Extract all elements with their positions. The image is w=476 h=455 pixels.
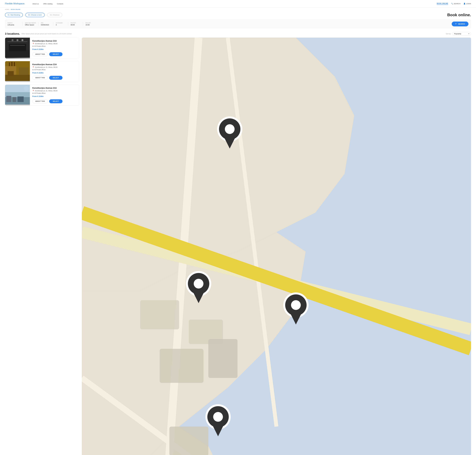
time-from-value: 09:00 (71, 24, 80, 26)
svg-rect-4 (10, 45, 25, 46)
step-1[interactable]: 01. Start Booking (5, 13, 23, 17)
svg-point-43 (194, 279, 204, 289)
locations-value: Lithuania (8, 24, 20, 26)
breadcrumb-sep: / (10, 9, 10, 10)
field-date: Date 04/06/2023 (38, 22, 53, 26)
search-btn-label: SEARCH (458, 23, 465, 25)
card-price-3: From € 219/m (32, 95, 77, 97)
brand-logo[interactable]: Flexible Workspace. (5, 2, 25, 5)
svg-rect-20 (13, 97, 16, 102)
step-3[interactable]: 03. Checkout (47, 13, 62, 17)
results-count: 3 locations. (5, 32, 20, 35)
person-icon: 👤 (463, 3, 466, 5)
search-button[interactable]: 🔍 SEARCH (452, 22, 468, 26)
card-title-2: Konstitucijos Avenue 21A (32, 63, 77, 66)
svg-rect-2 (8, 41, 27, 42)
svg-point-6 (11, 39, 14, 41)
locations-label: locations (8, 22, 20, 24)
no-of-people-value: 3 (56, 24, 66, 26)
card-title-1: Konstitucijos Avenue 21A (32, 40, 77, 42)
page-title: Book online. (447, 13, 471, 17)
step-arrow-1: › (24, 14, 25, 16)
card-address-2: 📍 Konstitucijos pr. 21, Vilnius, 08130 (32, 66, 77, 68)
brand-rest: Workspace. (13, 2, 25, 5)
pin-icon-3: 📍 (32, 90, 34, 92)
step-3-label: 03. Checkout (50, 14, 59, 16)
card-title-3: Konstitucijos Avenue 21A (32, 87, 77, 89)
card-body-3: Konstitucijos Avenue 21A 📍 Konstitucijos… (30, 85, 79, 106)
svg-rect-14 (11, 62, 13, 66)
svg-rect-12 (8, 71, 14, 76)
svg-point-5 (17, 39, 18, 41)
no-of-people-label: No of people (56, 22, 66, 24)
grid-icon-3: ⊞ (32, 92, 33, 94)
svg-rect-21 (17, 97, 24, 102)
card-body-2: Konstitucijos Avenue 21A 📍 Konstitucijos… (30, 61, 79, 82)
card-image-2 (5, 61, 30, 82)
about-button-3[interactable]: ABOUT THIS (32, 99, 48, 103)
select-button-3[interactable]: SELECT (49, 99, 62, 103)
nav-login-label: LOGIN (466, 3, 471, 5)
card-address-3: 📍 Konstitucijos pr. 21, Vilnius, 08130 (32, 90, 77, 92)
card-actions-3: ABOUT THIS SELECT (32, 99, 77, 103)
svg-point-22 (24, 86, 29, 91)
svg-rect-11 (19, 67, 29, 75)
brand-highlight: Flexible (5, 2, 13, 5)
nav-links: About us Offer catalog Contacts (33, 3, 63, 5)
date-value: 04/06/2023 (41, 24, 51, 26)
svg-rect-35 (208, 339, 238, 378)
card-image-1 (5, 38, 30, 58)
select-button-1[interactable]: SELECT (49, 52, 62, 56)
field-time-until: Time until 15:00 (83, 22, 98, 26)
nav-book-online[interactable]: BOOK ONLINE (437, 2, 448, 5)
search-btn-icon: 🔍 (455, 23, 457, 25)
grid-icon-1: ⊞ (32, 45, 33, 47)
svg-rect-3 (9, 44, 26, 51)
time-until-label: Time until (85, 22, 95, 24)
navbar: Flexible Workspace. About us Offer catal… (0, 0, 476, 8)
about-button-1[interactable]: ABOUT THIS (32, 52, 48, 56)
svg-point-49 (213, 412, 223, 422)
nav-catalog[interactable]: Offer catalog (43, 3, 52, 5)
svg-rect-15 (14, 62, 15, 66)
sort-label: Sort by: (446, 33, 451, 35)
select-button-2[interactable]: SELECT (49, 76, 62, 80)
svg-point-46 (291, 300, 301, 310)
nav-search[interactable]: 🔍 SEARCH (451, 3, 460, 5)
results-note: Office Space prices are per person per m… (21, 33, 72, 35)
card-price-2: From € 219/m (32, 72, 77, 74)
pin-icon-1: 📍 (32, 43, 34, 45)
nav-search-label: SEARCH (454, 3, 460, 5)
card-offices-1: ⊞ 40 Private offices (32, 45, 77, 47)
pin-icon-2: 📍 (32, 66, 34, 68)
time-until-value: 15:00 (85, 24, 95, 26)
card-price-1: From € 219/m (32, 48, 77, 50)
search-bar: locations Lithuania Space type required … (5, 20, 471, 28)
field-locations: locations Lithuania (8, 22, 22, 26)
svg-rect-36 (169, 427, 208, 455)
card-actions-1: ABOUT THIS SELECT (32, 52, 77, 56)
field-space-type: Space type required Office Space (22, 22, 38, 26)
booking-header: 01. Start Booking › 02. Choose a room › … (0, 11, 476, 20)
breadcrumb-home[interactable]: HOME (5, 9, 9, 10)
map-container[interactable] (82, 38, 471, 455)
nav-contacts[interactable]: Contacts (57, 3, 63, 5)
svg-point-40 (225, 124, 235, 134)
step-2-label: 02. Choose a room (28, 14, 42, 16)
card-body-1: Konstitucijos Avenue 21A 📍 Konstitucijos… (30, 38, 79, 58)
space-type-value: Office Space (25, 24, 36, 26)
breadcrumb-current: BOOK ONLINE (11, 9, 20, 10)
about-button-2[interactable]: ABOUT THIS (32, 76, 48, 80)
navbar-right: BOOK ONLINE 🔍 SEARCH 👤 LOGIN (437, 2, 471, 5)
sort-select[interactable]: Popularity Price: Low to High Price: Hig… (452, 32, 471, 36)
step-1-label: 01. Start Booking (8, 14, 20, 16)
card-offices-2: ⊞ 40 Private offices (32, 69, 77, 71)
results-header: 3 locations. Office Space prices are per… (0, 31, 476, 38)
svg-rect-34 (160, 349, 203, 383)
step-2[interactable]: 02. Choose a room (25, 13, 45, 17)
nav-about[interactable]: About us (33, 3, 39, 5)
sort-bar: Sort by: Popularity Price: Low to High P… (446, 32, 471, 36)
card-address-1: 📍 Konstitucijos pr. 21, Vilnius, 08130 (32, 43, 77, 45)
card-actions-2: ABOUT THIS SELECT (32, 76, 77, 80)
nav-login[interactable]: 👤 LOGIN (463, 3, 471, 5)
